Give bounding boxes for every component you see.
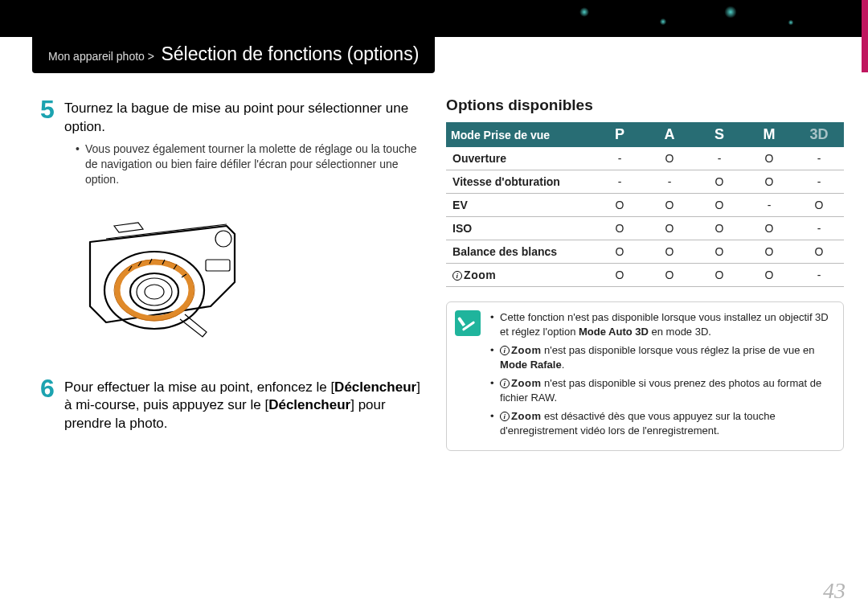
breadcrumb: Mon appareil photo > Sélection de foncti… [32, 37, 435, 73]
table-row: ISOOOOO- [446, 217, 844, 240]
header-strip [0, 0, 868, 37]
options-heading: Options disponibles [446, 96, 844, 114]
step-number: 6 [40, 375, 64, 434]
note-1: Cette fonction n'est pas disponible lors… [490, 310, 832, 338]
pen-icon [455, 310, 481, 336]
svg-point-4 [114, 260, 194, 321]
camera-illustration [66, 202, 259, 355]
svg-point-0 [215, 231, 231, 247]
accent-bar [862, 0, 868, 72]
page-number: 43 [823, 578, 845, 604]
step-number: 5 [40, 96, 64, 187]
col-a: A [645, 122, 694, 147]
table-row: EVOOO-O [446, 194, 844, 217]
note-4: iZoom est désactivé dès que vous appuyez… [490, 409, 832, 437]
col-p: P [595, 122, 645, 147]
svg-point-13 [145, 285, 164, 299]
step-5-bullet: Vous pouvez également tourner la molette… [76, 141, 422, 187]
table-row: Vitesse d'obturation--OO- [446, 170, 844, 194]
table-row: iZoomOOOO- [446, 264, 844, 287]
note-3: iZoom n'est pas disponible si vous prene… [490, 376, 832, 404]
step-5-text: Tournez la bague de mise au point pour s… [64, 100, 422, 137]
breadcrumb-parent: Mon appareil photo > [48, 50, 154, 63]
col-m: M [744, 122, 794, 147]
breadcrumb-title: Sélection de fonctions (options) [161, 43, 419, 64]
col-s: S [694, 122, 744, 147]
options-table: Mode Prise de vue P A S M 3D Ouverture-O… [446, 122, 844, 287]
step-6: 6 Pour effectuer la mise au point, enfon… [40, 375, 422, 434]
step-6-text: Pour effectuer la mise au point, enfonce… [64, 375, 422, 434]
note-2: iZoom n'est pas disponible lorsque vous … [490, 343, 832, 371]
step-5: 5 Tournez la bague de mise au point pour… [40, 96, 422, 187]
table-row: Ouverture-O-O- [446, 147, 844, 170]
svg-point-11 [130, 273, 178, 310]
col-mode: Mode Prise de vue [446, 122, 595, 147]
svg-point-12 [137, 278, 172, 305]
col-3d: 3D [794, 122, 844, 147]
table-row: Balance des blancsOOOOO [446, 240, 844, 264]
svg-rect-1 [206, 260, 230, 271]
note-box: Cette fonction n'est pas disponible lors… [446, 301, 844, 451]
